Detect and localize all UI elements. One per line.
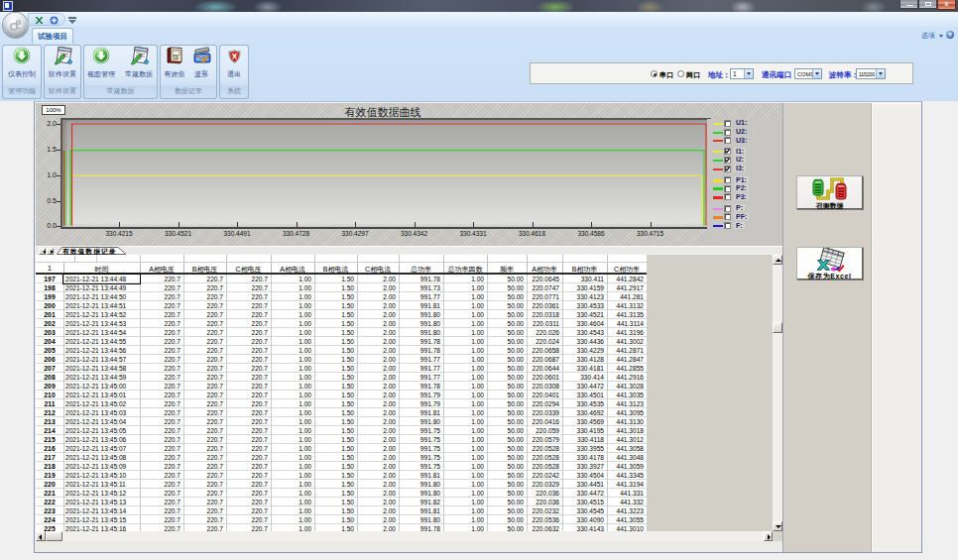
svg-text:501: 501 — [174, 56, 179, 60]
